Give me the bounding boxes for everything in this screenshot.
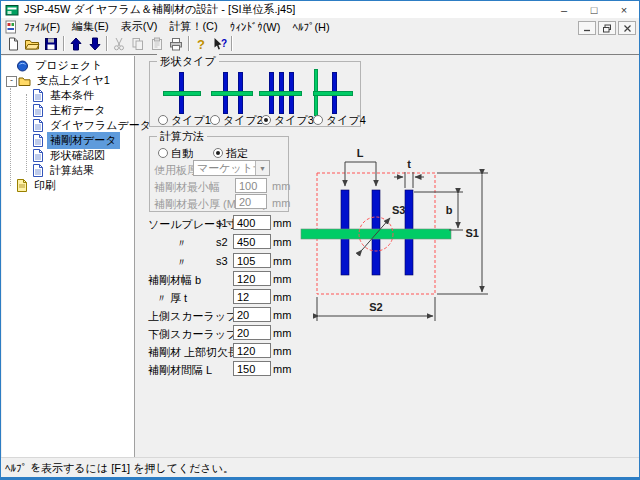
toolbar-separator: [63, 36, 65, 51]
shape-type-group: 形状タイプ: [149, 61, 361, 127]
radio-specify-label[interactable]: 指定: [226, 146, 248, 161]
mdi-close-button[interactable]: [618, 21, 636, 35]
move-up-button[interactable]: [67, 36, 85, 52]
mdi-minimize-button[interactable]: [578, 21, 596, 35]
tree-item-keisan-kekka[interactable]: 計算結果: [32, 163, 97, 178]
top-notch-length-input[interactable]: [233, 343, 271, 358]
mdi-window-buttons: [578, 21, 636, 35]
window-accent-border: [1, 477, 639, 479]
shape-type-group-title: 形状タイプ: [157, 54, 219, 69]
open-file-button[interactable]: [23, 36, 41, 52]
field-row-s3: 〃s3 mm: [148, 253, 318, 269]
minimize-button[interactable]: –: [549, 1, 579, 18]
menu-view[interactable]: 表示(V): [115, 17, 164, 36]
s2-input[interactable]: [233, 234, 271, 249]
window-title: JSP-45W ダイヤフラム＆補剛材の設計 - [SI単位系.j45]: [24, 2, 295, 17]
menu-window[interactable]: ｳｨﾝﾄﾞｳ(W): [224, 19, 287, 35]
radio-type2-label[interactable]: タイプ2: [223, 113, 263, 128]
save-icon: [43, 37, 59, 51]
field-row-stiffener-width: 補剛材幅 b mm: [148, 271, 318, 287]
b-dim-label: b: [446, 204, 453, 216]
radio-specify[interactable]: [213, 148, 223, 158]
menu-edit[interactable]: 編集(E): [66, 17, 115, 36]
context-help-icon: ?: [212, 37, 228, 51]
new-file-button[interactable]: [4, 36, 22, 52]
stiffener-thickness-input[interactable]: [233, 289, 271, 304]
tree-item-diaphragm-data[interactable]: ダイヤフラムデータ: [32, 118, 154, 133]
arrow-up-icon: [68, 37, 84, 51]
l-dim-label: L: [357, 147, 364, 159]
stiffener-width-input[interactable]: [233, 271, 271, 286]
radio-type3[interactable]: [261, 115, 271, 125]
s3-label: S3: [392, 204, 405, 216]
context-help-button[interactable]: ?: [211, 36, 229, 52]
field-row-s1: ソールプレート寸法s1 mm: [148, 215, 318, 231]
field-row-stiffener-spacing: 補剛材間隔 L mm: [148, 361, 318, 377]
tree-connector: [10, 88, 11, 186]
tree-item-project[interactable]: プロジェクト: [16, 58, 106, 73]
radio-type2[interactable]: [210, 115, 220, 125]
arrow-down-icon: [87, 37, 103, 51]
tree-item-shuketa-data[interactable]: 主桁データ: [32, 103, 109, 118]
status-bar: ﾍﾙﾌﾟ を表示するには [F1] を押してください。: [1, 457, 639, 479]
paste-button: [148, 36, 166, 52]
mdi-document-icon: [4, 20, 18, 34]
min-width-input: [235, 178, 267, 193]
document-icon: [32, 149, 44, 162]
close-button[interactable]: ×: [609, 1, 639, 18]
radio-type4[interactable]: [313, 115, 323, 125]
field-row-s2: 〃s2 mm: [148, 234, 318, 250]
help-button[interactable]: ?: [192, 36, 210, 52]
s2-dim-label: S2: [369, 301, 382, 313]
s3-input[interactable]: [233, 253, 271, 268]
field-row-upper-scallop: 上側スカーラップ R mm: [148, 307, 318, 323]
radio-type4-label[interactable]: タイプ4: [326, 113, 366, 128]
menu-help[interactable]: ﾍﾙﾌﾟ(H): [286, 19, 335, 35]
radio-type1-label[interactable]: タイプ1: [171, 113, 211, 128]
field-row-stiffener-thickness: 〃 厚 t mm: [148, 289, 318, 305]
min-thickness-unit: mm: [272, 197, 290, 209]
mdi-client-area: プロジェクト - 支点上ダイヤ1 基本条件 主桁データ ダイヤフラムデータ: [1, 54, 639, 458]
tree-item-insatsu[interactable]: 印刷: [16, 178, 59, 193]
t-dim-label: t: [407, 158, 411, 170]
status-message: ﾍﾙﾌﾟ を表示するには [F1] を押してください。: [5, 461, 234, 476]
radio-type1[interactable]: [158, 115, 168, 125]
document-icon: [32, 164, 44, 177]
stiffener-spacing-input[interactable]: [233, 361, 271, 376]
menu-file[interactable]: ﾌｧｲﾙ(F): [18, 19, 66, 35]
print-button[interactable]: [167, 36, 185, 52]
app-window: JSP-45W ダイヤフラム＆補剛材の設計 - [SI単位系.j45] – □ …: [0, 0, 640, 480]
help-icon: ?: [193, 37, 209, 51]
document-icon: [32, 134, 44, 147]
min-thickness-input: [235, 194, 267, 209]
title-bar: JSP-45W ダイヤフラム＆補剛材の設計 - [SI単位系.j45] – □ …: [1, 1, 639, 18]
tree-item-kihon-joken[interactable]: 基本条件: [32, 88, 97, 103]
svg-text:?: ?: [197, 37, 205, 51]
radio-auto-label[interactable]: 自動: [171, 146, 193, 161]
move-down-button[interactable]: [86, 36, 104, 52]
tree-connector: [26, 94, 27, 172]
radio-auto[interactable]: [158, 148, 168, 158]
menu-calc[interactable]: 計算！(C): [163, 17, 223, 36]
plate-thickness-label: 使用板厚: [154, 163, 198, 178]
radio-type3-label[interactable]: タイプ3: [274, 113, 314, 128]
mdi-restore-button[interactable]: [598, 21, 616, 35]
s1-input[interactable]: [233, 215, 271, 230]
copy-icon: [130, 37, 146, 51]
cut-icon: [111, 37, 127, 51]
tree-item-keijo-kakuninzu[interactable]: 形状確認図: [32, 148, 108, 163]
lower-scallop-input[interactable]: [233, 325, 271, 340]
tree-item-shiten-diya1[interactable]: 支点上ダイヤ1: [18, 73, 113, 88]
s1-dim-label: S1: [466, 227, 479, 239]
print-icon: [168, 37, 184, 51]
svg-text:?: ?: [221, 38, 227, 49]
tree-item-hokozai-data[interactable]: 補剛材データ: [32, 133, 120, 148]
app-icon: [5, 3, 19, 17]
document-icon: [32, 89, 44, 102]
upper-scallop-input[interactable]: [233, 307, 271, 322]
tree-expander[interactable]: -: [6, 76, 17, 87]
maximize-button[interactable]: □: [579, 1, 609, 18]
calc-method-group-title: 計算方法: [157, 129, 207, 144]
min-width-label: 補剛材最小幅: [154, 180, 220, 195]
save-button[interactable]: [42, 36, 60, 52]
